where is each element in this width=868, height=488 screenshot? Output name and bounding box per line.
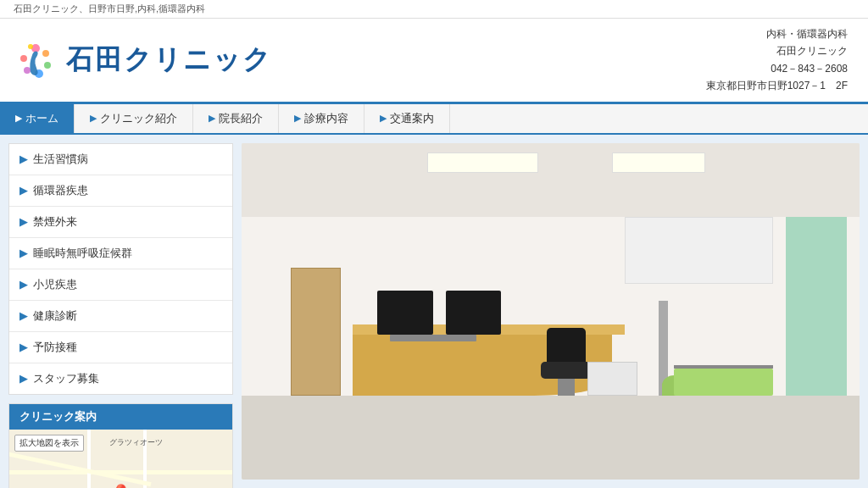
clinic-name-header: 石田クリニック: [706, 42, 848, 59]
sidebar-arrow-staff: ▶: [19, 372, 28, 385]
svg-point-1: [42, 50, 49, 57]
sidebar-arrow-vaccination: ▶: [19, 341, 28, 353]
sidebar-item-vaccination[interactable]: ▶ 予防接種: [9, 332, 232, 363]
nav-label-home: ホーム: [25, 111, 58, 126]
top-bar: 石田クリニック、日野市日野,内科,循環器内科: [0, 0, 868, 19]
clinic-info-section: クリニック案内 グラツィオーツ: [8, 403, 233, 488]
nav-label-access: 交通案内: [390, 111, 434, 126]
nav-arrow-director: ▶: [209, 113, 215, 124]
sidebar-label-vaccination: 予防接種: [33, 340, 77, 355]
ceiling: [242, 143, 860, 217]
sidebar-label-smoking: 禁煙外来: [33, 214, 77, 230]
floor: [242, 396, 860, 480]
clinic-name: 石田クリニック: [66, 42, 272, 79]
sidebar-arrow-lifestyle: ▶: [19, 152, 28, 165]
sidebar: ▶ 生活習慣病 ▶ 循環器疾患 ▶ 禁煙外来 ▶ 睡眠時無呼吸症候群 ▶ 小: [8, 143, 233, 480]
sink-area: [587, 362, 637, 396]
sidebar-label-staff: スタッフ募集: [33, 371, 99, 386]
map-road-v1: [87, 430, 91, 488]
light-fixture-2: [612, 152, 704, 173]
nav-item-treatment[interactable]: ▶ 診療内容: [279, 104, 364, 133]
sidebar-label-sleep: 睡眠時無呼吸症候群: [33, 246, 132, 261]
sidebar-label-lifestyle: 生活習慣病: [33, 152, 88, 167]
nav-label-director: 院長紹介: [219, 111, 263, 126]
curtain: [786, 217, 848, 396]
chair: [538, 328, 594, 395]
map-area: グラツィオーツ 甲州街道 ハイツ仲2 拡大地図を表示 📍: [9, 430, 232, 488]
sidebar-arrow-checkup: ▶: [19, 309, 28, 322]
nav-label-clinic: クリニック紹介: [100, 111, 177, 126]
map-road-1: [9, 470, 232, 474]
clinic-logo-icon: [14, 38, 58, 82]
phone: 042－843－2608: [706, 60, 848, 77]
svg-point-2: [44, 62, 51, 69]
map-pin-icon: 📍: [109, 484, 132, 488]
interior-illustration: [242, 143, 860, 480]
sidebar-label-checkup: 健康診断: [33, 308, 77, 324]
nav-item-home[interactable]: ▶ ホーム: [0, 104, 75, 133]
monitor-1: [377, 291, 433, 335]
sidebar-item-pediatric[interactable]: ▶ 小児疾患: [9, 269, 232, 301]
content-area: [242, 143, 860, 480]
sidebar-item-staff[interactable]: ▶ スタッフ募集: [9, 363, 232, 394]
nav-arrow-clinic: ▶: [90, 113, 97, 124]
map-label-1: グラツィオーツ: [109, 437, 163, 448]
sidebar-label-pediatric: 小児疾患: [33, 277, 77, 292]
sidebar-arrow-cardiovascular: ▶: [19, 184, 28, 197]
sidebar-label-cardiovascular: 循環器疾患: [33, 183, 88, 198]
chair-seat: [541, 362, 591, 379]
sidebar-arrow-smoking: ▶: [19, 215, 28, 228]
chair-base: [558, 379, 575, 396]
map-road-diag: [9, 450, 151, 486]
sidebar-arrow-pediatric: ▶: [19, 278, 28, 291]
nav-item-access[interactable]: ▶ 交通案内: [364, 104, 450, 133]
header-info: 内科・循環器内科 石田クリニック 042－843－2608 東京都日野市日野10…: [706, 25, 848, 95]
door: [291, 268, 340, 396]
sidebar-arrow-sleep: ▶: [19, 247, 28, 259]
clinic-photo: [242, 143, 860, 480]
main-content: ▶ 生活習慣病 ▶ 循環器疾患 ▶ 禁煙外来 ▶ 睡眠時無呼吸症候群 ▶ 小: [0, 135, 868, 488]
nav-item-director[interactable]: ▶ 院長紹介: [193, 104, 279, 133]
navigation: ▶ ホーム ▶ クリニック紹介 ▶ 院長紹介 ▶ 診療内容 ▶ 交通案内: [0, 104, 868, 135]
specialty: 内科・循環器内科: [706, 25, 848, 42]
svg-point-6: [28, 44, 33, 49]
sidebar-item-lifestyle[interactable]: ▶ 生活習慣病: [9, 144, 232, 175]
sidebar-item-cardiovascular[interactable]: ▶ 循環器疾患: [9, 175, 232, 207]
nav-arrow-home: ▶: [15, 113, 22, 124]
clinic-info-header: クリニック案内: [9, 404, 232, 430]
svg-point-5: [20, 55, 27, 62]
nav-item-clinic[interactable]: ▶ クリニック紹介: [75, 104, 193, 133]
fake-map: グラツィオーツ 甲州街道 ハイツ仲2 拡大地図を表示 📍: [9, 430, 232, 488]
nav-arrow-treatment: ▶: [294, 113, 301, 124]
keyboard: [390, 335, 476, 341]
svg-point-4: [24, 67, 31, 74]
address: 東京都日野市日野1027－1 2F: [706, 77, 848, 94]
sidebar-item-sleep[interactable]: ▶ 睡眠時無呼吸症候群: [9, 238, 232, 269]
sidebar-item-checkup[interactable]: ▶ 健康診断: [9, 301, 232, 332]
nav-arrow-access: ▶: [380, 113, 387, 124]
chair-back: [547, 328, 586, 365]
header: 石田クリニック 内科・循環器内科 石田クリニック 042－843－2608 東京…: [0, 19, 868, 104]
exam-bed: [674, 369, 773, 396]
upper-cabinet: [625, 217, 773, 284]
light-fixture-1: [427, 152, 538, 173]
sidebar-item-smoking[interactable]: ▶ 禁煙外来: [9, 207, 232, 238]
sidebar-menu: ▶ 生活習慣病 ▶ 循環器疾患 ▶ 禁煙外来 ▶ 睡眠時無呼吸症候群 ▶ 小: [8, 143, 233, 395]
tab-title: 石田クリニック、日野市日野,内科,循環器内科: [14, 3, 205, 14]
logo-area: 石田クリニック: [14, 38, 272, 82]
map-expand-button[interactable]: 拡大地図を表示: [14, 435, 84, 452]
monitor-2: [446, 291, 502, 335]
nav-label-treatment: 診療内容: [304, 111, 348, 126]
